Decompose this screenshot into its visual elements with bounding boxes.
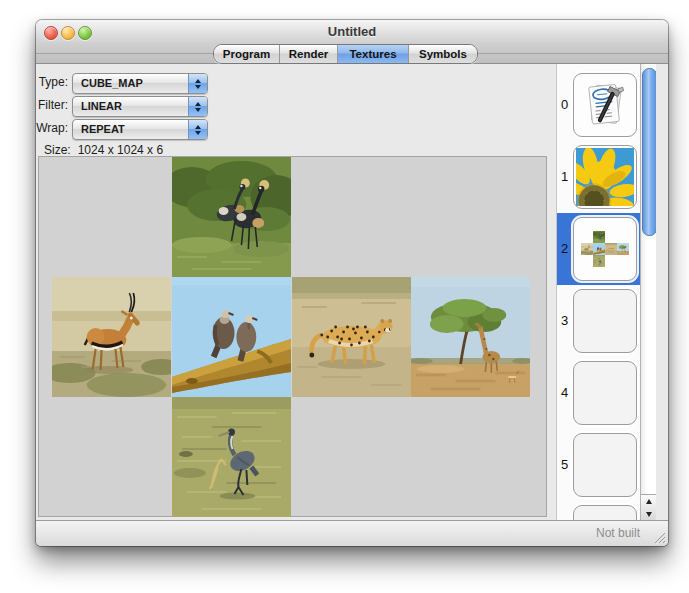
scrollbar-thumb[interactable]	[642, 68, 656, 236]
texture-slot-row-3[interactable]: 3	[557, 285, 641, 357]
texture-slot-row-4[interactable]: 4	[557, 357, 641, 429]
resize-grip-icon[interactable]	[654, 532, 666, 544]
cubemap-face-bottom-heron-image	[172, 397, 291, 517]
size-value: 1024 x 1024 x 6	[78, 143, 163, 157]
cubemap-face-left-gazelle-image	[52, 277, 171, 397]
build-status-text: Not built	[596, 526, 640, 540]
app-window: Untitled Program Render Textures Symbols…	[36, 20, 668, 546]
size-label: Size:	[44, 143, 71, 157]
popup-stepper-icon	[188, 120, 207, 139]
textures-pane: Type: CUBE_MAP Filter: LINEAR Wrap: REPE…	[36, 64, 668, 521]
texture-slot-row-2-selected[interactable]: 2	[557, 213, 641, 285]
desktop-background: Untitled Program Render Textures Symbols…	[0, 0, 689, 593]
slot-thumbnail-empty	[573, 289, 637, 353]
slot-list-scrollbar[interactable]	[640, 64, 656, 521]
scroll-up-arrow-icon[interactable]	[641, 495, 656, 508]
slot-number: 5	[557, 429, 572, 501]
tab-textures[interactable]: Textures	[338, 45, 409, 63]
filter-label: Filter:	[36, 96, 68, 115]
filter-popup-value: LINEAR	[73, 97, 188, 116]
texture-slot-row-0[interactable]: 0	[557, 69, 641, 141]
type-label: Type:	[36, 73, 68, 92]
slot-number: 0	[557, 69, 572, 141]
slot-number: 3	[557, 285, 572, 357]
slot-thumbnail-empty	[573, 361, 637, 425]
size-readout: Size:1024 x 1024 x 6	[44, 143, 163, 157]
slot-number: 4	[557, 357, 572, 429]
slot-number	[557, 501, 572, 521]
tab-bar: Program Render Textures Symbols	[213, 44, 478, 64]
type-popup-value: CUBE_MAP	[73, 74, 188, 93]
texture-slot-row-5[interactable]: 5	[557, 429, 641, 501]
tab-program[interactable]: Program	[214, 45, 280, 63]
texture-slot-list: 0 1 2	[556, 64, 640, 521]
title-bar[interactable]: Untitled	[36, 20, 668, 42]
slot-thumbnail-sunflower-image	[573, 145, 637, 209]
cubemap-face-back-giraffe-image	[411, 277, 530, 397]
scrollbar-buttons	[641, 494, 656, 521]
texture-slot-row-1[interactable]: 1	[557, 141, 641, 213]
window-header: Untitled Program Render Textures Symbols	[36, 20, 668, 64]
window-title: Untitled	[36, 24, 668, 39]
popup-stepper-icon	[188, 74, 207, 93]
cubemap-preview-panel	[38, 156, 547, 517]
cubemap-face-right-cheetah-image	[292, 277, 411, 397]
slot-thumbnail-shader-builder-document-icon	[573, 73, 637, 137]
slot-thumbnail-empty	[573, 505, 637, 521]
cubemap-face-front-vultures-image	[172, 277, 291, 397]
tab-render[interactable]: Render	[280, 45, 338, 63]
slot-thumbnail-cubemap-cross-image	[573, 217, 637, 281]
tab-symbols[interactable]: Symbols	[409, 45, 477, 63]
slot-thumbnail-empty	[573, 433, 637, 497]
status-bar: Not built	[36, 520, 668, 546]
wrap-label: Wrap:	[36, 119, 68, 138]
slot-number: 1	[557, 141, 572, 213]
wrap-popup[interactable]: REPEAT	[72, 119, 208, 140]
texture-slot-sidebar: 0 1 2	[556, 64, 656, 521]
slot-number: 2	[557, 213, 572, 285]
wrap-popup-value: REPEAT	[73, 120, 188, 139]
cubemap-face-top-crane-image	[172, 157, 291, 277]
texture-slot-row-6-partial[interactable]	[557, 501, 641, 521]
type-popup[interactable]: CUBE_MAP	[72, 73, 208, 94]
filter-popup[interactable]: LINEAR	[72, 96, 208, 117]
popup-stepper-icon	[188, 97, 207, 116]
